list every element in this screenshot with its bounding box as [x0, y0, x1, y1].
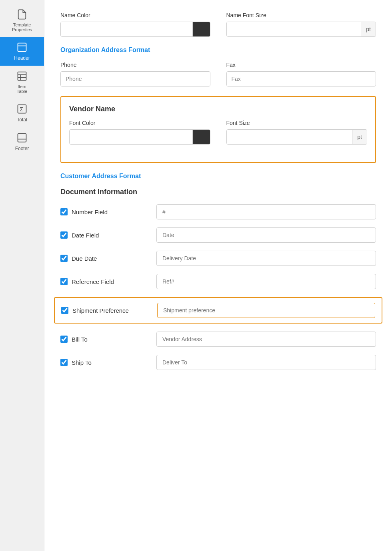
name-font-size-unit: pt [361, 22, 376, 36]
org-address-format-link[interactable]: Organization Address Format [60, 46, 376, 54]
doc-info-rows: Number FieldDate FieldDue DateReference … [60, 204, 376, 370]
vendor-font-color-swatch[interactable] [192, 130, 210, 144]
sidebar-label-item-table: Item Table [17, 84, 27, 94]
checkbox-label-shipment-preference[interactable]: Shipment Preference [61, 307, 141, 314]
doc-info-row-reference-field: Reference Field [60, 274, 376, 289]
sidebar-label-header: Header [14, 55, 30, 61]
vendor-font-color-group: Font Color #333333 [69, 120, 210, 145]
checkbox-date-field[interactable] [60, 231, 68, 239]
sidebar-label-template-properties: Template Properties [12, 22, 32, 32]
customer-address-format-link[interactable]: Customer Address Format [60, 173, 376, 180]
checkbox-label-ship-to[interactable]: Ship To [60, 359, 140, 366]
sidebar-item-template-properties[interactable]: Template Properties [0, 4, 44, 37]
vendor-font-size-input-group[interactable]: 9 pt [226, 129, 368, 145]
name-font-size-input-group[interactable]: 10 pt [226, 22, 376, 37]
checkbox-text-reference-field: Reference Field [72, 278, 114, 285]
doc-input-shipment-preference[interactable] [157, 303, 375, 318]
phone-input[interactable] [60, 71, 210, 86]
checkbox-label-number-field[interactable]: Number Field [60, 208, 140, 215]
svg-text:Σ: Σ [20, 106, 23, 113]
checkbox-reference-field[interactable] [60, 278, 68, 285]
name-color-label: Name Color [60, 12, 210, 18]
doc-input-number-field[interactable] [156, 204, 376, 219]
doc-info-title: Document Information [60, 188, 376, 196]
sidebar-item-footer[interactable]: Footer [0, 127, 44, 156]
main-content: Name Color #333333 Name Font Size 10 pt … [44, 0, 392, 551]
name-color-group: Name Color #333333 [60, 12, 210, 37]
checkbox-label-bill-to[interactable]: Bill To [60, 336, 140, 343]
header-icon [16, 42, 28, 53]
doc-info-row-date-field: Date Field [60, 227, 376, 243]
file-icon [16, 9, 28, 20]
checkbox-ship-to[interactable] [60, 359, 68, 366]
fax-label: Fax [226, 62, 376, 68]
checkbox-text-due-date: Due Date [72, 255, 97, 262]
name-font-size-input[interactable]: 10 [227, 22, 361, 36]
fax-input[interactable] [226, 71, 376, 86]
checkbox-text-shipment-preference: Shipment Preference [72, 307, 129, 314]
vendor-font-size-group: Font Size 9 pt [226, 120, 368, 145]
phone-fax-row: Phone Fax [60, 62, 376, 86]
phone-group: Phone [60, 62, 210, 86]
vendor-name-box: Vendor Name Font Color #333333 Font Size… [60, 96, 376, 163]
doc-input-ship-to[interactable] [156, 355, 376, 370]
doc-input-bill-to[interactable] [156, 332, 376, 347]
checkbox-text-number-field: Number Field [72, 209, 108, 215]
vendor-font-color-label: Font Color [69, 120, 210, 126]
doc-info-row-shipment-preference: Shipment Preference [54, 297, 382, 324]
svg-rect-0 [18, 43, 26, 52]
doc-input-reference-field[interactable] [156, 274, 376, 289]
name-color-swatch[interactable] [192, 22, 210, 36]
vendor-font-size-unit: pt [352, 130, 367, 144]
name-font-size-group: Name Font Size 10 pt [226, 12, 376, 37]
sigma-icon: Σ [16, 103, 28, 115]
checkbox-due-date[interactable] [60, 255, 68, 262]
name-color-input[interactable]: #333333 [61, 22, 192, 36]
svg-rect-2 [18, 72, 26, 80]
sidebar-item-total[interactable]: Σ Total [0, 99, 44, 127]
doc-info-row-bill-to: Bill To [60, 332, 376, 347]
sidebar: Template Properties Header Item Table Σ … [0, 0, 44, 551]
vendor-font-size-input[interactable]: 9 [227, 130, 352, 144]
vendor-font-color-input[interactable]: #333333 [70, 130, 192, 144]
fax-group: Fax [226, 62, 376, 86]
sidebar-label-footer: Footer [15, 146, 29, 151]
checkbox-label-due-date[interactable]: Due Date [60, 255, 140, 262]
table-icon [16, 70, 28, 82]
vendor-name-title: Vendor Name [69, 105, 367, 113]
doc-info-row-due-date: Due Date [60, 251, 376, 266]
name-font-size-label: Name Font Size [226, 12, 376, 18]
footer-icon [16, 132, 28, 143]
vendor-name-fields-row: Font Color #333333 Font Size 9 pt [69, 120, 367, 145]
document-information-section: Document Information Number FieldDate Fi… [60, 188, 376, 370]
doc-input-date-field[interactable] [156, 227, 376, 243]
checkbox-number-field[interactable] [60, 208, 68, 215]
checkbox-bill-to[interactable] [60, 336, 68, 343]
doc-info-row-ship-to: Ship To [60, 355, 376, 370]
name-color-row: Name Color #333333 Name Font Size 10 pt [60, 12, 376, 37]
checkbox-text-bill-to: Bill To [72, 336, 88, 343]
name-color-input-group[interactable]: #333333 [60, 22, 210, 37]
sidebar-item-header[interactable]: Header [0, 37, 44, 66]
checkbox-text-date-field: Date Field [72, 232, 99, 239]
svg-rect-8 [18, 134, 26, 142]
sidebar-item-item-table[interactable]: Item Table [0, 66, 44, 99]
checkbox-label-date-field[interactable]: Date Field [60, 231, 140, 239]
sidebar-label-total: Total [17, 117, 27, 123]
doc-info-row-number-field: Number Field [60, 204, 376, 219]
checkbox-label-reference-field[interactable]: Reference Field [60, 278, 140, 285]
checkbox-shipment-preference[interactable] [61, 307, 68, 314]
doc-input-due-date[interactable] [156, 251, 376, 266]
phone-label: Phone [60, 62, 210, 68]
vendor-font-color-input-group[interactable]: #333333 [69, 129, 210, 145]
checkbox-text-ship-to: Ship To [72, 359, 92, 366]
vendor-font-size-label: Font Size [226, 120, 368, 126]
